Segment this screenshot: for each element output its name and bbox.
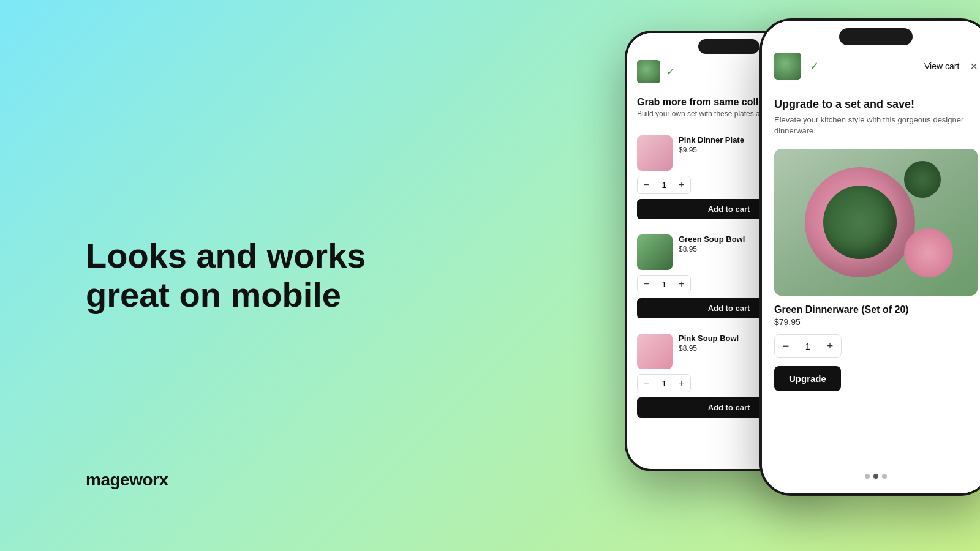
cart-thumb-image bbox=[774, 53, 801, 80]
check-icon: ✓ bbox=[810, 59, 819, 73]
product-thumb-1 bbox=[637, 135, 673, 171]
dot-2[interactable] bbox=[873, 474, 878, 479]
upsell-description: Elevate your kitchen style with this gor… bbox=[774, 114, 978, 137]
product-image-wrap bbox=[774, 149, 978, 296]
img-decoration-2 bbox=[904, 161, 941, 198]
dot-1[interactable] bbox=[865, 474, 870, 479]
carousel-dots bbox=[762, 464, 980, 489]
qty-decrease-1[interactable]: − bbox=[638, 176, 655, 193]
dot-3[interactable] bbox=[882, 474, 887, 479]
notch-front bbox=[839, 28, 913, 45]
qty-decrease-3[interactable]: − bbox=[638, 375, 655, 392]
qty-row-3: − 1 + bbox=[637, 374, 691, 392]
product-name: Green Dinnerware (Set of 20) bbox=[774, 304, 978, 315]
qty-decrease-2[interactable]: − bbox=[638, 276, 655, 293]
product-price: $79.95 bbox=[774, 317, 978, 327]
headline: Looks and works great on mobile bbox=[86, 236, 380, 315]
product-image bbox=[774, 149, 978, 296]
upsell-section: Upgrade to a set and save! Elevate your … bbox=[762, 87, 980, 144]
qty-value-2: 1 bbox=[655, 280, 673, 289]
notch-back bbox=[698, 39, 760, 54]
qty-value-3: 1 bbox=[655, 379, 673, 388]
product-info: Green Dinnerware (Set of 20) $79.95 bbox=[762, 296, 980, 327]
phones-container: ✓ View cart × Grab more from same collec… bbox=[392, 0, 980, 551]
quantity-decrease-button[interactable]: − bbox=[775, 335, 797, 357]
upsell-title: Upgrade to a set and save! bbox=[774, 98, 978, 111]
qty-row-2: − 1 + bbox=[637, 275, 691, 293]
qty-increase-2[interactable]: + bbox=[673, 276, 690, 293]
left-section: Looks and works great on mobile bbox=[86, 236, 380, 315]
view-cart-link[interactable]: View cart bbox=[924, 61, 959, 71]
back-check-icon: ✓ bbox=[666, 66, 674, 78]
qty-increase-3[interactable]: + bbox=[673, 375, 690, 392]
front-screen: ✓ View cart × Upgrade to a set and save!… bbox=[762, 21, 980, 493]
phone-front-inner: ✓ View cart × Upgrade to a set and save!… bbox=[762, 21, 980, 493]
back-thumb bbox=[637, 60, 660, 83]
brand-logo: mageworx bbox=[86, 470, 168, 490]
quantity-value: 1 bbox=[797, 341, 819, 351]
qty-increase-1[interactable]: + bbox=[673, 176, 690, 193]
img-decoration-1 bbox=[904, 228, 953, 277]
upgrade-button[interactable]: Upgrade bbox=[774, 366, 841, 391]
qty-value-1: 1 bbox=[655, 181, 673, 190]
product-thumb-2 bbox=[637, 234, 673, 270]
close-button[interactable]: × bbox=[970, 59, 978, 73]
quantity-row: − 1 + bbox=[774, 334, 842, 358]
product-thumb-3 bbox=[637, 334, 673, 369]
quantity-increase-button[interactable]: + bbox=[819, 335, 841, 357]
qty-row-1: − 1 + bbox=[637, 176, 691, 194]
phone-front: ✓ View cart × Upgrade to a set and save!… bbox=[760, 18, 980, 496]
cart-item-thumb bbox=[774, 53, 801, 80]
